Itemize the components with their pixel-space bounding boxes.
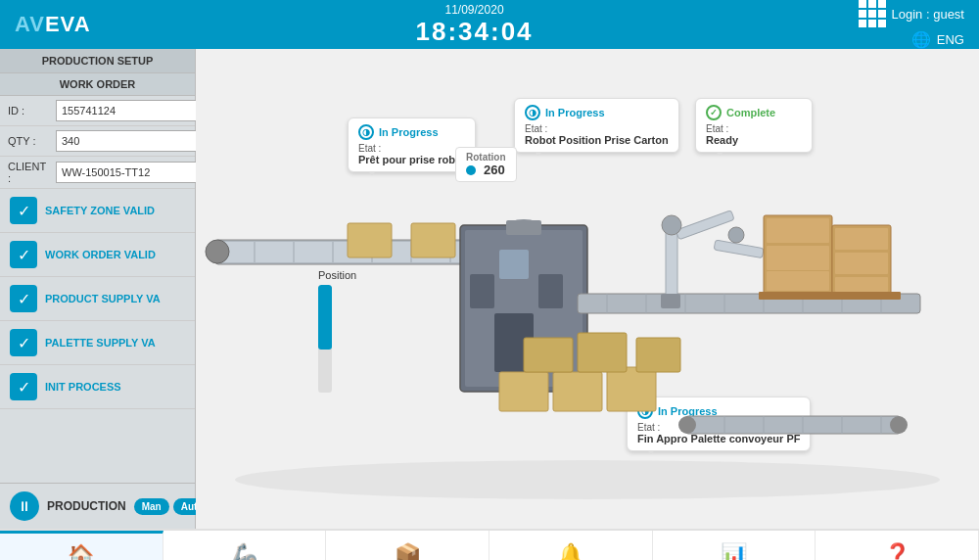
svg-rect-34 (767, 218, 829, 243)
production-label: PRODUCTION (47, 499, 126, 513)
id-row: ID : (0, 96, 195, 126)
qty-label: QTY : (8, 135, 52, 147)
id-label: ID : (8, 105, 52, 117)
header-center: 11/09/2020 18:34:04 (416, 3, 534, 47)
header: AVEVA 11/09/2020 18:34:04 Login : guest … (0, 0, 979, 49)
label-work-order: WORK ORDER VALID (45, 249, 156, 260)
status-palette[interactable]: ✓ PALETTE SUPPLY VA (0, 321, 195, 365)
svg-point-8 (206, 240, 229, 263)
language-row: 🌐 ENG (911, 30, 964, 49)
globe-icon: 🌐 (911, 30, 931, 49)
support-icon: ❓ (884, 542, 910, 561)
nav-report[interactable]: 📊 REPORT (653, 531, 816, 560)
report-icon: 📊 (721, 542, 747, 561)
svg-point-56 (678, 416, 696, 434)
main-content: ◑ In Progress Etat : Prêt pour prise rob… (196, 49, 979, 529)
status-init[interactable]: ✓ INIT PROCESS (0, 365, 195, 409)
work-order-title: WORK ORDER (0, 73, 195, 96)
manual-button[interactable]: Man (134, 498, 169, 515)
grid-icon[interactable] (859, 0, 886, 27)
svg-point-57 (890, 416, 908, 434)
svg-rect-44 (607, 367, 656, 411)
panel-title: PRODUCTION SETUP (0, 49, 195, 73)
nav-home[interactable]: 🏠 HOME (0, 531, 163, 560)
svg-rect-13 (499, 250, 529, 279)
label-product: PRODUCT SUPPLY VA (45, 293, 161, 304)
bottom-nav: 🏠 HOME 🦾 EQUIPMENT 📦 PRODUCT 🔔 ALARM 📊 R… (0, 529, 979, 560)
svg-point-31 (728, 227, 744, 243)
svg-rect-41 (759, 292, 901, 300)
svg-rect-14 (470, 274, 494, 308)
svg-rect-45 (524, 338, 573, 372)
pause-button[interactable]: ⏸ (10, 491, 39, 521)
svg-rect-28 (676, 210, 734, 240)
logo-eva: EVA (45, 12, 91, 36)
svg-rect-43 (553, 372, 602, 411)
alarm-icon: 🔔 (557, 542, 583, 561)
svg-rect-40 (835, 277, 888, 292)
nav-alarm[interactable]: 🔔 ALARM (490, 531, 653, 560)
svg-rect-46 (578, 333, 627, 372)
main-layout: PRODUCTION SETUP WORK ORDER ID : QTY : C… (0, 49, 979, 529)
language-label[interactable]: ENG (937, 32, 964, 47)
svg-point-58 (235, 460, 940, 499)
label-init: INIT PROCESS (45, 381, 121, 393)
nav-support[interactable]: ❓ SUPPORT (816, 531, 979, 560)
logo: AVEVA (15, 12, 91, 37)
status-product[interactable]: ✓ PRODUCT SUPPLY VA (0, 277, 195, 321)
production-toggle: Man Aut (134, 498, 206, 515)
nav-product[interactable]: 📦 PRODUCT (326, 531, 490, 560)
svg-rect-38 (835, 228, 888, 250)
svg-rect-32 (661, 294, 680, 308)
svg-rect-17 (506, 220, 541, 235)
svg-rect-50 (685, 416, 901, 434)
check-work-order: ✓ (10, 241, 37, 268)
logo-av: AV (15, 12, 45, 36)
header-right: Login : guest 🌐 ENG (859, 0, 964, 49)
client-label: CLIENT : (8, 161, 52, 184)
svg-rect-42 (499, 372, 548, 411)
svg-rect-15 (538, 274, 563, 308)
client-row: CLIENT : (0, 157, 195, 189)
client-input[interactable] (56, 162, 203, 183)
check-safety: ✓ (10, 197, 37, 224)
equipment-icon: 🦾 (231, 542, 257, 561)
left-panel: PRODUCTION SETUP WORK ORDER ID : QTY : C… (0, 49, 196, 529)
qty-input[interactable] (56, 130, 203, 152)
date-display: 11/09/2020 (445, 3, 504, 17)
svg-rect-35 (767, 246, 829, 270)
svg-point-30 (662, 215, 681, 235)
label-safety: SAFETY ZONE VALID (45, 205, 155, 216)
login-label: Login : guest (892, 7, 964, 22)
svg-rect-36 (767, 271, 829, 291)
id-input[interactable] (56, 100, 203, 121)
status-safety[interactable]: ✓ SAFETY ZONE VALID (0, 189, 195, 233)
status-work-order[interactable]: ✓ WORK ORDER VALID (0, 233, 195, 277)
svg-rect-39 (835, 253, 888, 274)
check-init: ✓ (10, 373, 37, 400)
svg-rect-47 (636, 338, 680, 372)
qty-row: QTY : (0, 126, 195, 157)
check-product: ✓ (10, 285, 37, 312)
grid-and-login: Login : guest (859, 0, 964, 27)
label-palette: PALETTE SUPPLY VA (45, 337, 156, 349)
time-display: 18:34:04 (416, 17, 534, 47)
check-palette: ✓ (10, 329, 37, 356)
factory-illustration (196, 49, 979, 529)
production-row: ⏸ PRODUCTION Man Aut (0, 483, 195, 529)
svg-rect-48 (411, 223, 455, 257)
product-icon: 📦 (395, 542, 421, 561)
svg-rect-49 (348, 223, 392, 257)
home-icon: 🏠 (68, 543, 94, 560)
nav-equipment[interactable]: 🦾 EQUIPMENT (163, 531, 327, 560)
